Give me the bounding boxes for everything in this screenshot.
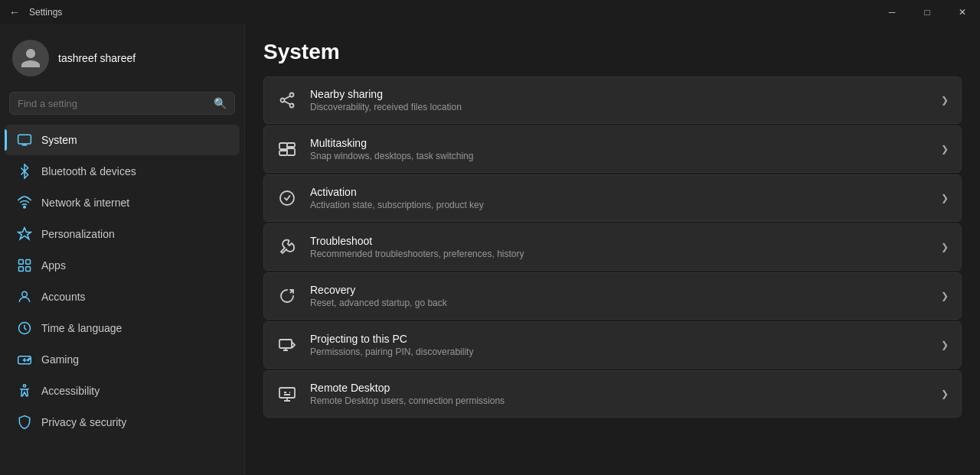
nearby-sharing-subtitle: Discoverability, received files location — [310, 102, 929, 112]
multitasking-text: Multitasking Snap windows, desktops, tas… — [310, 137, 929, 161]
activation-icon — [276, 187, 298, 209]
activation-title: Activation — [310, 186, 929, 198]
projecting-chevron: ❯ — [941, 340, 949, 350]
apps-icon — [17, 258, 32, 273]
svg-rect-0 — [18, 135, 31, 144]
activation-chevron: ❯ — [941, 193, 949, 203]
svg-rect-3 — [26, 260, 31, 265]
network-icon — [17, 195, 32, 210]
projecting-title: Projecting to this PC — [310, 333, 929, 345]
sidebar-item-accounts[interactable]: Accounts — [5, 281, 240, 312]
sidebar-label-bluetooth: Bluetooth & devices — [41, 165, 136, 177]
sidebar-item-apps[interactable]: Apps — [5, 250, 240, 281]
user-profile[interactable]: tashreef shareef — [0, 24, 244, 89]
svg-point-13 — [281, 99, 285, 102]
activation-text: Activation Activation state, subscriptio… — [310, 186, 929, 210]
back-icon[interactable]: ← — [9, 6, 20, 18]
gaming-icon — [17, 352, 32, 367]
recovery-title: Recovery — [310, 284, 929, 296]
bluetooth-icon — [17, 164, 32, 179]
personalization-icon — [17, 226, 32, 242]
sidebar-item-network[interactable]: Network & internet — [5, 187, 240, 218]
sidebar-item-bluetooth[interactable]: Bluetooth & devices — [5, 156, 240, 187]
sidebar-label-gaming: Gaming — [41, 353, 79, 366]
svg-rect-4 — [19, 267, 24, 272]
activation-subtitle: Activation state, subscriptions, product… — [310, 200, 929, 210]
title-bar-left: ← Settings — [9, 6, 62, 18]
search-box[interactable]: 🔍 — [9, 92, 235, 115]
sidebar-label-system: System — [41, 134, 77, 146]
troubleshoot-subtitle: Recommended troubleshooters, preferences… — [310, 249, 929, 259]
sidebar-item-personalization[interactable]: Personalization — [5, 219, 240, 249]
title-bar-controls: ─ □ ✕ — [874, 0, 980, 24]
settings-item-recovery[interactable]: Recovery Reset, advanced startup, go bac… — [263, 272, 962, 320]
nearby-sharing-icon — [276, 89, 298, 111]
projecting-text: Projecting to this PC Permissions, pairi… — [310, 333, 929, 357]
projecting-subtitle: Permissions, pairing PIN, discoverabilit… — [310, 346, 929, 357]
system-icon — [17, 132, 32, 148]
accessibility-icon — [17, 383, 32, 399]
sidebar-item-privacy[interactable]: Privacy & security — [5, 407, 240, 438]
sidebar-label-privacy: Privacy & security — [41, 416, 126, 428]
svg-rect-18 — [287, 148, 295, 155]
svg-point-1 — [24, 207, 26, 209]
projecting-icon — [276, 334, 298, 356]
svg-point-14 — [290, 104, 294, 108]
minimize-button[interactable]: ─ — [874, 0, 910, 24]
remote-desktop-chevron: ❯ — [941, 389, 949, 399]
accounts-icon — [17, 289, 32, 304]
remote-desktop-icon — [276, 383, 298, 405]
troubleshoot-text: Troubleshoot Recommended troubleshooters… — [310, 235, 929, 259]
settings-item-projecting[interactable]: Projecting to this PC Permissions, pairi… — [263, 321, 962, 369]
settings-item-activation[interactable]: Activation Activation state, subscriptio… — [263, 174, 962, 222]
nav-list: System Bluetooth & devices — [0, 121, 244, 475]
svg-point-11 — [23, 385, 25, 387]
settings-item-multitasking[interactable]: Multitasking Snap windows, desktops, tas… — [263, 125, 962, 173]
title-bar: ← Settings ─ □ ✕ — [0, 0, 980, 24]
privacy-icon — [17, 415, 32, 430]
search-input[interactable] — [18, 98, 207, 109]
nearby-sharing-text: Nearby sharing Discoverability, received… — [310, 88, 929, 112]
sidebar-item-time[interactable]: Time & language — [5, 313, 240, 343]
recovery-text: Recovery Reset, advanced startup, go bac… — [310, 284, 929, 308]
multitasking-chevron: ❯ — [941, 144, 949, 155]
time-icon — [17, 320, 32, 336]
maximize-button[interactable]: □ — [910, 0, 945, 24]
sidebar-label-apps: Apps — [41, 259, 66, 272]
settings-item-troubleshoot[interactable]: Troubleshoot Recommended troubleshooters… — [263, 223, 962, 271]
remote-desktop-text: Remote Desktop Remote Desktop users, con… — [310, 382, 929, 406]
sidebar-label-network: Network & internet — [41, 197, 129, 209]
troubleshoot-icon — [276, 236, 298, 258]
nearby-sharing-chevron: ❯ — [941, 95, 949, 106]
svg-rect-17 — [279, 151, 287, 155]
settings-item-remote-desktop[interactable]: Remote Desktop Remote Desktop users, con… — [263, 370, 962, 418]
svg-point-12 — [290, 93, 294, 97]
sidebar-label-personalization: Personalization — [41, 228, 115, 240]
main-content: System Nearby sharing Discoverability, r… — [245, 24, 980, 475]
sidebar: tashreef shareef 🔍 System — [0, 24, 245, 475]
sidebar-label-accessibility: Accessibility — [41, 385, 100, 397]
multitasking-icon — [276, 138, 298, 160]
sidebar-item-accessibility[interactable]: Accessibility — [5, 376, 240, 406]
user-icon — [19, 47, 42, 70]
settings-item-nearby-sharing[interactable]: Nearby sharing Discoverability, received… — [263, 76, 962, 124]
sidebar-item-system[interactable]: System — [5, 125, 240, 155]
troubleshoot-chevron: ❯ — [941, 242, 949, 252]
multitasking-title: Multitasking — [310, 137, 929, 149]
remote-desktop-title: Remote Desktop — [310, 382, 929, 394]
svg-point-19 — [280, 191, 294, 205]
sidebar-label-accounts: Accounts — [41, 291, 86, 303]
svg-rect-16 — [287, 143, 295, 147]
recovery-subtitle: Reset, advanced startup, go back — [310, 298, 929, 308]
svg-rect-2 — [19, 260, 24, 265]
app-container: tashreef shareef 🔍 System — [0, 24, 980, 475]
close-button[interactable]: ✕ — [945, 0, 980, 24]
search-icon: 🔍 — [214, 97, 227, 109]
svg-rect-21 — [279, 388, 295, 398]
user-name: tashreef shareef — [58, 52, 136, 64]
troubleshoot-title: Troubleshoot — [310, 235, 929, 247]
recovery-icon — [276, 285, 298, 307]
avatar — [12, 40, 49, 76]
page-title: System — [263, 24, 962, 76]
sidebar-item-gaming[interactable]: Gaming — [5, 344, 240, 375]
